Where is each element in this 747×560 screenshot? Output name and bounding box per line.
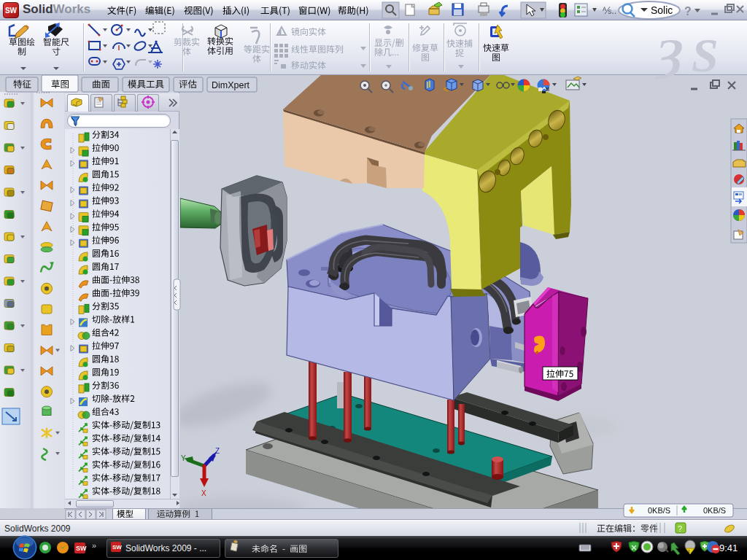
svg-text:Ȝ: Ȝ bbox=[654, 29, 684, 79]
svg-text:Y: Y bbox=[181, 454, 186, 462]
svg-text:DimXpert: DimXpert bbox=[212, 80, 250, 90]
svg-text:?: ? bbox=[678, 524, 682, 533]
svg-text:SW: SW bbox=[76, 545, 87, 552]
svg-text:X: X bbox=[201, 489, 206, 497]
svg-text:Z: Z bbox=[215, 447, 220, 455]
svg-text:?: ? bbox=[684, 5, 692, 18]
svg-text:⅍..: ⅍.. bbox=[603, 5, 616, 16]
svg-text:S: S bbox=[692, 28, 719, 82]
svg-text:0KB/S: 0KB/S bbox=[648, 506, 670, 515]
svg-text:!: ! bbox=[279, 29, 281, 36]
svg-text:»: » bbox=[92, 541, 96, 550]
svg-text:!: ! bbox=[689, 549, 690, 554]
svg-text:Solic: Solic bbox=[651, 4, 673, 16]
svg-text:SW: SW bbox=[112, 544, 122, 551]
svg-text:0KB/S: 0KB/S bbox=[703, 506, 726, 515]
